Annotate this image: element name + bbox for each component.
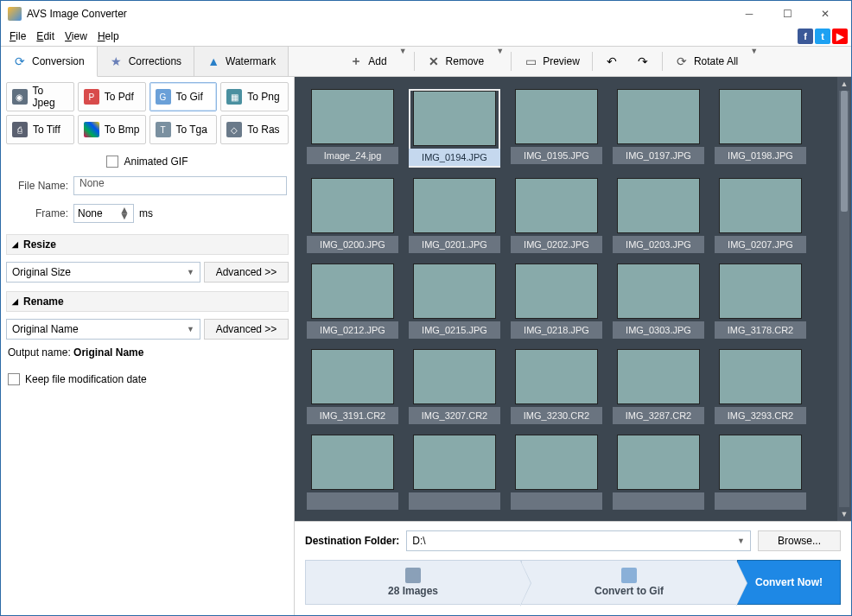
- convert-now-button[interactable]: Convert Now!: [737, 560, 841, 605]
- rotate-left-button[interactable]: ↶: [596, 47, 627, 76]
- close-button[interactable]: ✕: [806, 2, 844, 26]
- preview-button[interactable]: ▭ Preview: [515, 47, 588, 76]
- menu-help[interactable]: Help: [92, 29, 124, 44]
- thumbnail[interactable]: Image_24.jpg: [307, 89, 398, 168]
- thumbnail[interactable]: [715, 435, 806, 510]
- thumbnail-image: [617, 178, 700, 233]
- twitter-icon[interactable]: t: [815, 29, 830, 44]
- thumbnail-image: [413, 349, 496, 404]
- title-bar: AVS Image Converter ─ ☐ ✕: [1, 1, 851, 27]
- thumbnail-caption: IMG_0203.JPG: [613, 236, 704, 253]
- add-button[interactable]: ＋ Add: [340, 47, 395, 76]
- tab-corrections[interactable]: ★ Corrections: [98, 47, 194, 76]
- menu-view[interactable]: View: [60, 29, 92, 44]
- animated-gif-checkbox[interactable]: [106, 156, 118, 168]
- resize-advanced-button[interactable]: Advanced >>: [204, 262, 289, 283]
- rotate-all-dropdown[interactable]: ▼: [747, 47, 761, 76]
- thumbnail[interactable]: IMG_0212.JPG: [307, 264, 398, 339]
- format-gif[interactable]: GTo Gif: [149, 82, 218, 111]
- thumbnail-caption: IMG_0218.JPG: [511, 321, 602, 339]
- remove-button[interactable]: ✕ Remove: [418, 47, 493, 76]
- add-dropdown[interactable]: ▼: [396, 47, 410, 76]
- format-ras[interactable]: ◇To Ras: [220, 115, 289, 144]
- facebook-icon[interactable]: f: [798, 29, 813, 44]
- images-icon: [405, 568, 421, 583]
- thumbnail[interactable]: [409, 435, 500, 510]
- rename-section-header[interactable]: ◢ Rename: [6, 291, 289, 312]
- scroll-up-icon[interactable]: ▲: [837, 77, 851, 91]
- tab-conversion[interactable]: ⟳ Conversion: [1, 47, 98, 77]
- tab-corrections-label: Corrections: [129, 55, 181, 67]
- format-png[interactable]: ▦To Png: [220, 82, 289, 111]
- minimize-button[interactable]: ─: [730, 2, 768, 26]
- thumbnail-image: [311, 435, 394, 490]
- browse-button[interactable]: Browse...: [758, 530, 841, 551]
- scroll-down-icon[interactable]: ▼: [837, 507, 851, 521]
- thumbnail[interactable]: [613, 435, 704, 510]
- thumbnail-image: [515, 89, 598, 144]
- collapse-icon: ◢: [12, 240, 18, 249]
- thumbnail[interactable]: IMG_0202.JPG: [511, 178, 602, 253]
- thumbnail-image: [719, 178, 802, 233]
- format-bmp[interactable]: To Bmp: [78, 115, 146, 144]
- stamp-icon: ▲: [207, 54, 220, 68]
- thumbnail[interactable]: IMG_3293.CR2: [715, 349, 806, 424]
- thumbnail[interactable]: IMG_0198.JPG: [715, 89, 806, 168]
- thumbnail[interactable]: IMG_0207.JPG: [715, 178, 806, 253]
- keep-date-checkbox[interactable]: [8, 373, 20, 385]
- star-icon: ★: [110, 54, 124, 68]
- keep-date-label: Keep file modification date: [25, 373, 147, 385]
- destination-label: Destination Folder:: [305, 535, 399, 547]
- thumbnail[interactable]: IMG_3178.CR2: [715, 264, 806, 339]
- thumbnail[interactable]: IMG_0194.JPG: [409, 89, 500, 168]
- thumbnail-image: [617, 89, 700, 144]
- thumbnail[interactable]: IMG_0197.JPG: [613, 89, 704, 168]
- thumbnail-image: [617, 264, 700, 319]
- thumbnail-caption: IMG_0212.JPG: [307, 321, 398, 339]
- menu-file[interactable]: File: [4, 29, 31, 44]
- thumbnail-image: [617, 349, 700, 404]
- rotate-all-label: Rotate All: [694, 55, 738, 67]
- thumbnail-caption: IMG_0198.JPG: [715, 147, 806, 164]
- collapse-icon: ◢: [12, 297, 18, 306]
- youtube-icon[interactable]: ▶: [832, 29, 848, 44]
- rotate-all-button[interactable]: ⟳ Rotate All: [666, 47, 747, 76]
- thumbnail[interactable]: IMG_3230.CR2: [511, 349, 602, 424]
- rename-combo[interactable]: Original Name▼: [6, 319, 200, 340]
- thumbnail[interactable]: IMG_0203.JPG: [613, 178, 704, 253]
- scrollbar[interactable]: ▲ ▼: [837, 77, 851, 521]
- format-tiff[interactable]: ⎙To Tiff: [6, 115, 74, 144]
- format-jpeg[interactable]: ◉To Jpeg: [6, 82, 74, 111]
- thumbnail[interactable]: IMG_3287.CR2: [613, 349, 704, 424]
- frame-spinner[interactable]: None ▲▼: [73, 204, 134, 223]
- resize-combo[interactable]: Original Size▼: [6, 262, 200, 283]
- thumbnail[interactable]: [511, 435, 602, 510]
- resize-section-header[interactable]: ◢ Resize: [6, 234, 289, 255]
- rotate-right-button[interactable]: ↷: [627, 47, 658, 76]
- thumbnail[interactable]: IMG_0215.JPG: [409, 264, 500, 339]
- thumbnail[interactable]: IMG_0195.JPG: [511, 89, 602, 168]
- thumbnail[interactable]: IMG_3191.CR2: [307, 349, 398, 424]
- tab-watermark[interactable]: ▲ Watermark: [194, 47, 289, 76]
- rename-advanced-button[interactable]: Advanced >>: [204, 319, 289, 340]
- animated-gif-label: Animated GIF: [124, 156, 188, 168]
- thumbnail[interactable]: IMG_0303.JPG: [613, 264, 704, 339]
- scroll-thumb[interactable]: [841, 91, 848, 212]
- x-icon: ✕: [427, 54, 441, 68]
- thumbnail-caption: [613, 492, 704, 510]
- menu-edit[interactable]: Edit: [31, 29, 60, 44]
- format-tga[interactable]: TTo Tga: [149, 115, 218, 144]
- thumbnail-image: [515, 264, 598, 319]
- thumbnail[interactable]: IMG_0201.JPG: [409, 178, 500, 253]
- thumbnail[interactable]: IMG_0218.JPG: [511, 264, 602, 339]
- thumbnail-image: [719, 264, 802, 319]
- thumbnail[interactable]: [307, 435, 398, 510]
- format-pdf[interactable]: PTo Pdf: [78, 82, 146, 111]
- maximize-button[interactable]: ☐: [768, 2, 806, 26]
- remove-dropdown[interactable]: ▼: [493, 47, 507, 76]
- thumbnail[interactable]: IMG_3207.CR2: [409, 349, 500, 424]
- thumbnail-caption: IMG_0197.JPG: [613, 147, 704, 164]
- filename-input[interactable]: None: [73, 176, 287, 195]
- destination-combo[interactable]: D:\▼: [406, 530, 751, 551]
- thumbnail[interactable]: IMG_0200.JPG: [307, 178, 398, 253]
